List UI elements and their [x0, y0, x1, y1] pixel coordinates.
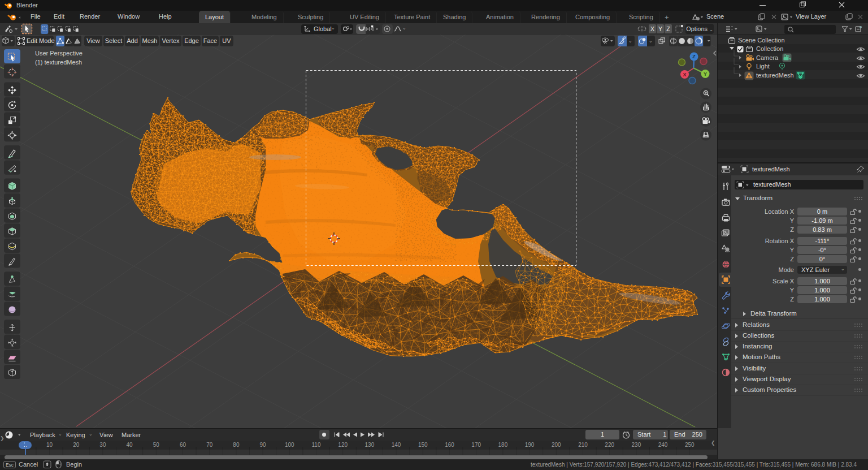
svg-text:Y: Y — [704, 71, 707, 77]
svg-text:Z: Z — [692, 54, 696, 59]
svg-text:X: X — [683, 72, 686, 77]
